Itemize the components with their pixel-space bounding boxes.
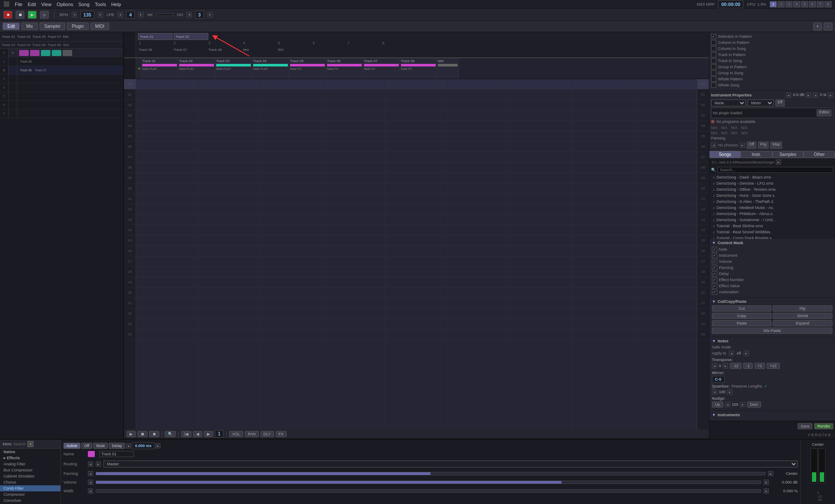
track-header-05[interactable]: Track 05 Note FX [289, 58, 326, 79]
render-button[interactable]: Render [814, 423, 833, 429]
file-item-3[interactable]: ♪DemoSong - Hunz - Soon Sons x. [709, 192, 835, 199]
tab-sampler[interactable]: Sampler [40, 23, 65, 30]
play-pattern-btn[interactable]: ▷ [40, 11, 49, 19]
effect-item-1[interactable]: ▸ Effects [0, 455, 60, 461]
seq-cell-0-0[interactable] [19, 50, 29, 56]
quantize-up[interactable]: ▸ [727, 389, 732, 395]
cm-item-5[interactable]: ✓Effect Number [712, 277, 832, 282]
sel-whole-pattern[interactable]: Whole Pattern [711, 76, 833, 82]
sel-track-in-pattern[interactable]: Track in Pattern [711, 52, 833, 57]
transpose-neg12[interactable]: -12 [730, 363, 741, 369]
beat-8[interactable]: 8 [825, 1, 832, 7]
cm-cb-0[interactable]: ✓ [712, 247, 717, 252]
notes-triangle[interactable]: ▼ [712, 339, 716, 343]
mix-paste-btn[interactable]: Mix-Paste [712, 328, 832, 334]
file-item-0[interactable]: ♪DemoSong - Daed - Bears.xrns [709, 174, 835, 180]
cm-item-6[interactable]: ✓Effect Value [712, 283, 832, 288]
mode-off[interactable]: Off [81, 443, 93, 449]
oct-down[interactable]: ◂ [187, 12, 192, 17]
beat-7[interactable]: 7 [817, 1, 824, 7]
effects-close[interactable]: × [27, 441, 33, 447]
effect-item-7[interactable]: Compressor [0, 491, 60, 497]
grid-col-2[interactable] [261, 79, 323, 429]
track-header-07[interactable]: Track 07 Note FX [363, 58, 400, 79]
pan-left[interactable]: ◂ [88, 471, 93, 476]
tb-play-2[interactable]: ▶ [204, 431, 213, 437]
lpb-down[interactable]: ◂ [117, 12, 123, 17]
tab-other[interactable]: Other [804, 151, 835, 158]
expand-btn[interactable]: Expand [773, 320, 832, 326]
instr-st-down[interactable]: ◂ [813, 93, 818, 98]
tab-mix[interactable]: Mix [21, 23, 38, 30]
menu-options[interactable]: Options [57, 2, 73, 7]
sel-column-in-song[interactable]: Column in Song [711, 46, 833, 51]
instr-plugin-select[interactable]: None [711, 99, 746, 106]
beat-3[interactable]: 3 [785, 1, 792, 7]
width-left[interactable]: ◂ [88, 488, 93, 494]
grid-col-4[interactable] [385, 79, 448, 429]
tb-play[interactable]: ▶ [127, 431, 136, 437]
zoom-in-btn[interactable]: + [813, 23, 822, 30]
file-item-4[interactable]: ♪DemoSong - It-Alien - ThePath 2. [709, 199, 835, 205]
vol-left[interactable]: ◂ [88, 480, 93, 485]
mode-active[interactable]: Active [63, 443, 80, 449]
sel-cb-7[interactable] [711, 70, 716, 76]
tb-rec[interactable]: ⏺ [149, 431, 159, 437]
transpose-up-arr[interactable]: ◂ [712, 363, 717, 368]
instruments-triangle[interactable]: ▼ [712, 413, 716, 417]
file-path-arrow[interactable]: ▸ [776, 159, 781, 165]
track-header-03[interactable]: Track 03 Note PLAY [215, 58, 252, 79]
beat-5[interactable]: 5 [801, 1, 808, 7]
oct-up[interactable]: ▸ [207, 12, 213, 17]
menu-file[interactable]: File [15, 2, 23, 7]
beat-2[interactable]: 2 [778, 1, 785, 7]
zoom-out-btn[interactable]: - [824, 23, 832, 30]
beat-6[interactable]: 6 [809, 1, 816, 7]
vol-right[interactable]: ▸ [764, 480, 769, 485]
oct-display[interactable]: 3 [195, 11, 204, 19]
cm-cb-5[interactable]: ✓ [712, 277, 717, 282]
sel-whole-song[interactable]: Whole Song [711, 83, 833, 88]
cm-cb-1[interactable]: ✓ [712, 253, 717, 258]
grid-col-6[interactable] [510, 79, 572, 429]
tb-stop[interactable]: ⏹ [137, 431, 147, 437]
phrase-up[interactable]: ▸ [740, 143, 745, 148]
tab-instr[interactable]: Instr. [741, 151, 772, 158]
apply-left[interactable]: ◂ [729, 351, 734, 356]
effect-item-0[interactable]: Native [0, 449, 60, 455]
quantize-down[interactable]: ◂ [712, 389, 717, 395]
map-btn[interactable]: Map [770, 142, 782, 149]
record-btn[interactable]: ⏺ [3, 11, 12, 19]
tab-songs[interactable]: Songs [709, 151, 741, 158]
ccp-triangle[interactable]: ▼ [712, 299, 716, 304]
grid-col-8[interactable] [635, 79, 697, 429]
save-button[interactable]: Save [798, 423, 813, 429]
more-label[interactable]: More [3, 442, 12, 446]
routing-select[interactable]: Master [104, 461, 798, 468]
file-item-6[interactable]: ♪DemoSong - Phlebium - Abrus.x. [709, 211, 835, 217]
sel-cb-9[interactable] [711, 83, 716, 88]
grid-col-5[interactable] [448, 79, 510, 429]
cm-cb-4[interactable]: ✓ [712, 271, 717, 276]
menu-tools[interactable]: Tools [95, 2, 106, 7]
seq-cell-0-1[interactable] [30, 50, 40, 56]
apply-right[interactable]: ▸ [744, 351, 749, 356]
instr-st-up[interactable]: ▸ [828, 93, 833, 98]
sel-cb-3[interactable] [711, 46, 716, 51]
vol-slider[interactable] [96, 481, 761, 484]
cm-item-4[interactable]: ✓Delay [712, 271, 832, 276]
track-header-mst[interactable]: Mst [437, 58, 459, 79]
tb-search[interactable]: 🔍 [165, 431, 176, 437]
tb-fx[interactable]: FX [276, 431, 287, 437]
transpose-down-arr[interactable]: ▸ [723, 363, 728, 368]
tb-dly[interactable]: DLY [261, 431, 274, 437]
cm-item-1[interactable]: ✓Instrument [712, 253, 832, 258]
stop-btn[interactable]: ⏹ [16, 11, 24, 19]
transpose-neg1[interactable]: -1 [743, 363, 753, 369]
cm-cb-2[interactable]: ✓ [712, 259, 717, 264]
tab-plugin[interactable]: Plugin [67, 23, 89, 30]
delay-up[interactable]: ▸ [155, 443, 160, 448]
pan-right[interactable]: ▸ [768, 471, 773, 476]
seq-add-btn[interactable]: + [9, 49, 17, 57]
menu-song[interactable]: Song [78, 2, 90, 7]
